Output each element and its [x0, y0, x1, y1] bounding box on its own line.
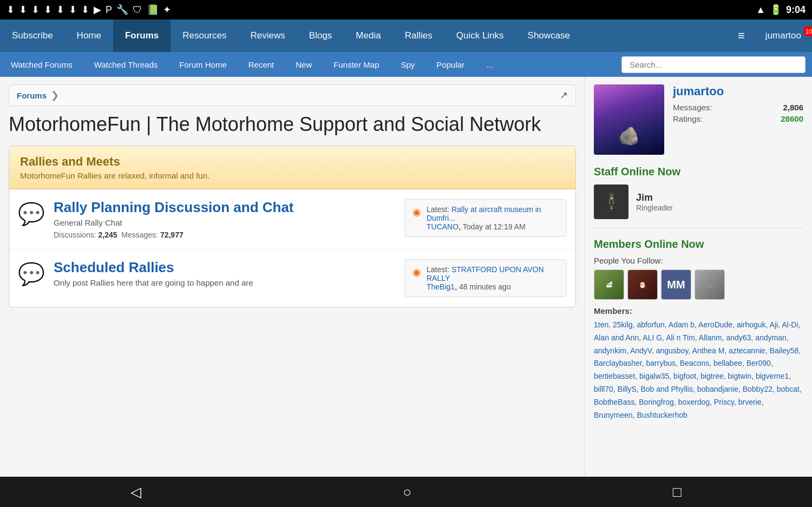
member-anthea-m[interactable]: Anthea M: [692, 346, 724, 355]
member-angusboy[interactable]: angusboy: [656, 346, 689, 355]
right-sidebar: 🪨 jumartoo Messages: 2,806 Ratings: 2860…: [585, 77, 812, 477]
user-menu[interactable]: jumartoo 10: [755, 30, 812, 41]
member-1ten[interactable]: 1ten: [594, 320, 608, 329]
member-bobby22[interactable]: Bobby22: [743, 385, 772, 393]
follow-avatar-2[interactable]: 🎅: [627, 269, 658, 300]
nav-quicklinks[interactable]: Quick Links: [444, 19, 516, 52]
member-boringfrog[interactable]: Boringfrog: [639, 398, 674, 406]
members-label: Members:: [594, 306, 803, 315]
member-andynkim[interactable]: andynkim: [594, 346, 626, 355]
nav-home[interactable]: Home: [65, 19, 113, 52]
follow-avatar-1[interactable]: 🏕: [594, 269, 624, 300]
ratings-value: 28600: [781, 114, 803, 123]
staff-avatar-jim[interactable]: 🕴: [594, 185, 628, 219]
member-andyv[interactable]: AndyV: [630, 346, 652, 355]
subnav-recent[interactable]: Recent: [238, 52, 285, 77]
member-bobcat[interactable]: bobcat: [777, 385, 800, 393]
subnav-spy[interactable]: Spy: [390, 52, 426, 77]
latest-thread-link-2[interactable]: STRATFORD UPON AVON RALLY: [427, 265, 544, 282]
member-billl70[interactable]: billl70: [594, 385, 613, 393]
user-display-name[interactable]: jumartoo: [673, 84, 803, 98]
member-ali-n-tim[interactable]: Ali n Tim: [666, 333, 695, 342]
search-input[interactable]: [621, 56, 806, 73]
forum-name-scheduled-rallies[interactable]: Scheduled Rallies: [54, 259, 399, 276]
members-online-heading: Members Online Now: [594, 238, 803, 251]
member-ber090[interactable]: Ber090: [746, 359, 771, 367]
member-boxerdog[interactable]: boxerdog: [678, 398, 710, 406]
nav-rallies[interactable]: Rallies: [393, 19, 444, 52]
member-aztecannie[interactable]: aztecannie: [729, 346, 765, 355]
member-andy63[interactable]: andy63: [726, 333, 751, 342]
member-ali-g[interactable]: ALI G: [643, 333, 662, 342]
subnav-new[interactable]: New: [285, 52, 323, 77]
nav-forums[interactable]: Forums: [113, 19, 171, 52]
member-aji[interactable]: Aji: [770, 320, 778, 329]
member-alan-ann[interactable]: Alan and Ann: [594, 333, 639, 342]
member-al-di[interactable]: Al-Di: [782, 320, 798, 329]
member-bob-phyllis[interactable]: Bob and Phyllis: [640, 385, 693, 393]
nav-resources[interactable]: Resources: [171, 19, 238, 52]
download-icon-7: ⬇: [81, 4, 89, 16]
member-brverie[interactable]: brverie: [738, 398, 762, 406]
member-briscy[interactable]: Priscy: [714, 398, 734, 406]
forum-card: Rallies and Meets MotorhomeFun Rallies a…: [9, 146, 576, 307]
member-bigtwin[interactable]: bigtwin: [728, 372, 752, 380]
follow-avatar-3[interactable]: MM: [661, 269, 691, 300]
external-link-icon[interactable]: ↗: [560, 89, 568, 101]
member-bigtree[interactable]: bigtree: [700, 372, 724, 380]
follow-avatar-4[interactable]: 🚲: [695, 269, 725, 300]
recents-button[interactable]: □: [657, 479, 698, 505]
member-abforfun[interactable]: abforfun: [637, 320, 664, 329]
subnav-watched-threads[interactable]: Watched Threads: [83, 52, 169, 77]
user-avatar[interactable]: 🪨: [594, 84, 664, 155]
subnav-watched-forums[interactable]: Watched Forums: [0, 52, 83, 77]
member-bobandjanie[interactable]: bobandjanie: [697, 385, 738, 393]
hamburger-menu[interactable]: ≡: [728, 29, 755, 43]
latest-user-2[interactable]: TheBig1: [427, 282, 455, 291]
nav-media[interactable]: Media: [344, 19, 392, 52]
members-list: 1ten, 25kilg, abforfun, Adam b, AeroDude…: [594, 319, 803, 422]
subnav-more[interactable]: ...: [475, 52, 504, 77]
member-brunymeen[interactable]: Brunymeen: [594, 411, 633, 419]
member-airhoguk[interactable]: airhoguk: [737, 320, 766, 329]
download-icon-6: ⬇: [69, 4, 77, 16]
download-icon-5: ⬇: [56, 4, 64, 16]
member-barrybus[interactable]: barrybus: [646, 359, 676, 367]
forum-section-header[interactable]: Rallies and Meets MotorhomeFun Rallies a…: [9, 146, 575, 189]
nav-reviews[interactable]: Reviews: [239, 19, 297, 52]
nav-subscribe[interactable]: Subscribe: [0, 19, 65, 52]
member-bailey58[interactable]: Bailey58: [770, 346, 799, 355]
subnav-popular[interactable]: Popular: [425, 52, 475, 77]
back-button[interactable]: ◁: [114, 479, 158, 505]
rss-icon-2: ◉: [412, 266, 421, 278]
member-bigalw35[interactable]: bigalw35: [639, 372, 669, 380]
forum-latest-info-2: Latest: STRATFORD UPON AVON RALLY TheBig…: [427, 265, 559, 291]
bottom-nav: ◁ ○ □: [0, 477, 812, 507]
member-allanm[interactable]: Allanm: [699, 333, 722, 342]
member-billys[interactable]: BillyS: [618, 385, 637, 393]
member-andyman[interactable]: andyman: [755, 333, 787, 342]
subnav-funster-map[interactable]: Funster Map: [323, 52, 390, 77]
member-beacons[interactable]: Beacons: [680, 359, 709, 367]
member-bertiebasset[interactable]: bertiebasset: [594, 372, 635, 380]
member-barclaybasher[interactable]: Barclaybasher: [594, 359, 642, 367]
member-bushtuckerhob[interactable]: Bushtuckerhob: [637, 411, 687, 419]
subnav-forum-home[interactable]: Forum Home: [168, 52, 238, 77]
forum-row-rally-planning: 💬 Rally Planning Discussion and Chat Gen…: [9, 189, 575, 249]
member-bellabee[interactable]: bellabee: [713, 359, 742, 367]
staff-name-jim[interactable]: Jim: [636, 192, 673, 203]
home-button[interactable]: ○: [387, 479, 428, 505]
member-aerodude[interactable]: AeroDude: [698, 320, 732, 329]
latest-thread-link[interactable]: Rally at aircraft museum in Dumfri...: [427, 205, 541, 222]
member-bobthebass[interactable]: BobtheBass: [594, 398, 635, 406]
nav-blogs[interactable]: Blogs: [297, 19, 344, 52]
breadcrumb-forums[interactable]: Forums: [17, 91, 47, 100]
star-icon: ✦: [163, 4, 171, 16]
nav-showcase[interactable]: Showcase: [516, 19, 582, 52]
latest-user[interactable]: TUCANO: [427, 222, 459, 231]
member-bigfoot[interactable]: bigfoot: [673, 372, 696, 380]
member-25kilg[interactable]: 25kilg: [613, 320, 633, 329]
forum-name-rally-planning[interactable]: Rally Planning Discussion and Chat: [54, 199, 399, 216]
member-bigverne1[interactable]: bigverne1: [756, 372, 789, 380]
member-adam-b[interactable]: Adam b: [669, 320, 695, 329]
